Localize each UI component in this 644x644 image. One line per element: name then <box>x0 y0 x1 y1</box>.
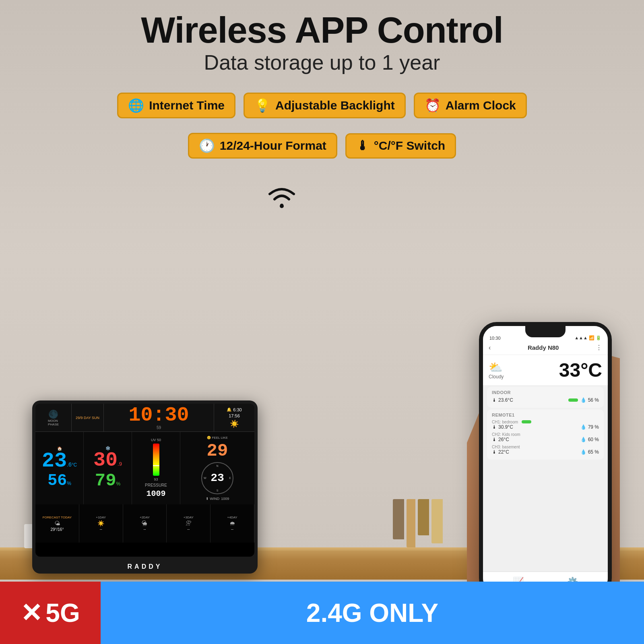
screen-mid-row: 🏠 23 .6 °C 56 % ❄️ 30 .9 79 <box>35 432 254 504</box>
svg-point-0 <box>280 204 284 208</box>
outdoor-humid: 79 <box>95 471 116 491</box>
forecast-2d-icon: 🌦 <box>142 520 147 526</box>
forecast-2d-label: +2DAY <box>140 516 150 519</box>
phone-ch1-data: 🌡 30.9°C 💧 79 % <box>492 424 599 430</box>
phone-container: 10:30 ▲▲▲ 📶 🔋 ‹ Raddy N80 ⋮ ⛅ Cloudy 33°… <box>479 322 612 596</box>
outdoor-temp-dec: .9 <box>118 461 122 467</box>
phone-remote1-section: REMOTE1 CH1: bedroom 🌡 30.9°C 💧 79 % <box>487 409 604 460</box>
phone-menu-icon[interactable]: ⋮ <box>596 344 602 351</box>
phone-app-title: Raddy N80 <box>491 344 596 351</box>
phone-time: 10:30 <box>489 336 501 341</box>
ch2-drop-icon: 💧 <box>580 437 586 442</box>
forecast-1day: +1DAY ☀️ -- <box>79 504 123 543</box>
droplet-icon: 💧 <box>580 397 586 403</box>
ch1-drop-icon: 💧 <box>580 424 586 430</box>
forecast-today: FORECAST TODAY 🌤 29°/16° <box>35 504 79 543</box>
phone-main-weather: ⛅ Cloudy 33°C <box>483 355 608 385</box>
indoor-temp-dec: .6 <box>67 461 72 468</box>
pressure-val: 1009 <box>146 489 165 498</box>
phone-weather-icon: ⛅ <box>489 361 504 374</box>
forecast-3d-icon: ⛈ <box>186 520 191 526</box>
no5g-cross-icon: ✕ <box>21 598 42 628</box>
phone-indoor-data-row: 🌡 23.6°C 💧 56 % <box>492 397 599 403</box>
phone-ch2-label: CH2: Kids room <box>492 432 599 437</box>
temp-switch-icon: 🌡 <box>356 138 369 153</box>
main-title: Wireless APP Control <box>0 12 644 48</box>
phone-indoor-temp-label: 🌡 23.6°C <box>492 397 513 403</box>
forecast-1d-icon: ☀️ <box>97 520 104 526</box>
phone-ch1-humid: 79 % <box>588 424 599 430</box>
ch3-drop-icon: 💧 <box>580 449 586 455</box>
badge-hour-format: 🕐 12/24-Hour Format <box>188 133 337 159</box>
date-display: 29/9 DAY SUN <box>76 416 99 420</box>
phone-ch3-humid: 65 % <box>588 449 599 455</box>
feel-like-val: 29 <box>207 442 228 460</box>
wind-label: ⬆ WIND <box>206 497 220 501</box>
badge-hour-label: 12/24-Hour Format <box>220 139 326 153</box>
banner-2g-only: 2.4G ONLY <box>101 582 644 644</box>
phone-remote1-label: REMOTE1 <box>492 413 599 417</box>
phone-weather-condition: Cloudy <box>489 374 504 380</box>
feel-like-label: 😊 FEEL LIKE <box>207 436 228 440</box>
forecast-3day: +3DAY ⛈ -- <box>167 504 211 543</box>
indoor-temp-unit: °C <box>72 462 77 468</box>
forecast-today-label: FORECAST TODAY <box>43 516 72 519</box>
ch1-battery <box>522 420 531 423</box>
forecast-today-temp: 29°/16° <box>50 527 64 532</box>
wind-speed: 23 <box>211 472 224 484</box>
forecast-4d-icon: 🌧 <box>229 520 235 526</box>
ch1-therm-icon: 🌡 <box>492 424 497 430</box>
books <box>393 499 443 547</box>
pressure-label: PRESSURE <box>145 483 167 487</box>
bottom-banner: ✕ 5G 2.4G ONLY <box>0 582 644 644</box>
2g-only-text: 2.4G ONLY <box>306 598 438 628</box>
phone-ch3-label: CH3: basement <box>492 445 599 449</box>
moon-phase-label: MOONPHASE <box>48 419 59 426</box>
phone-ch3-temp: 22°C <box>498 449 509 455</box>
phone-ch3: CH3: basement 🌡 22°C 💧 65 % <box>492 445 599 455</box>
phone-ch1-temp: 30.9°C <box>498 424 513 430</box>
station-screen: 🌑 MOONPHASE 29/9 DAY SUN 10:30 59 🔔 6:30… <box>35 404 254 557</box>
badges-row-2: 🕐 12/24-Hour Format 🌡 °C/°F Switch <box>0 133 644 159</box>
forecast-4d-temp: -- <box>231 527 233 531</box>
station-time: 10:30 <box>128 405 189 425</box>
badge-internet-label: Internet Time <box>149 99 225 112</box>
moon-phase-icon: 🌑 <box>48 409 58 419</box>
backlight-icon: 💡 <box>254 98 270 113</box>
forecast-1d-temp: -- <box>100 527 102 531</box>
badge-backlight: 💡 Adjustable Backlight <box>244 93 406 118</box>
phone-indoor-humid: 56 % <box>588 397 599 403</box>
badge-alarm: ⏰ Alarm Clock <box>414 93 527 118</box>
alarm-bell-icon: 🔔 <box>227 407 231 412</box>
no5g-text: 5G <box>45 598 80 628</box>
alarm-icon: ⏰ <box>425 98 441 113</box>
hour-format-icon: 🕐 <box>199 138 215 153</box>
station-brand: RADDY <box>32 563 258 570</box>
forecast-3d-label: +3DAY <box>184 516 194 519</box>
phone-ch1-label: CH1: bedroom <box>492 420 599 424</box>
banner-no5g: ✕ 5G <box>0 582 101 644</box>
badge-backlight-label: Adjustable Backlight <box>275 99 395 112</box>
forecast-2day: +2DAY 🌦 -- <box>123 504 167 543</box>
battery-indicator <box>568 398 578 402</box>
phone-ch2-data: 🌡 26°C 💧 60 % <box>492 437 599 442</box>
indoor-temp: 23 <box>42 451 67 472</box>
phone-ch3-data: 🌡 22°C 💧 65 % <box>492 449 599 455</box>
indoor-humid-display: 56 <box>47 472 67 490</box>
station-seconds: 59 <box>157 425 161 430</box>
indoor-humid-pct: % <box>67 481 71 486</box>
wifi-signal-icon <box>266 181 298 215</box>
sub-title: Data storage up to 1 year <box>0 50 644 74</box>
forecast-4d-label: +4DAY <box>227 516 237 519</box>
phone-main-temp: 33°C <box>559 359 602 381</box>
alarm1: 6:30 <box>233 407 242 412</box>
forecast-today-icon: 🌤 <box>54 520 60 526</box>
phone-indoor-humid-label: 💧 56 % <box>580 397 599 403</box>
uv-val: 93 <box>154 477 158 481</box>
alarm2: 17:56 <box>229 413 240 418</box>
badge-temp-label: °C/°F Switch <box>374 139 445 153</box>
phone-ch2: CH2: Kids room 🌡 26°C 💧 60 % <box>492 432 599 442</box>
forecast-4day: +4DAY 🌧 -- <box>211 504 254 543</box>
outdoor-humid-pct: % <box>116 481 121 487</box>
forecast-2d-temp: -- <box>143 527 146 531</box>
